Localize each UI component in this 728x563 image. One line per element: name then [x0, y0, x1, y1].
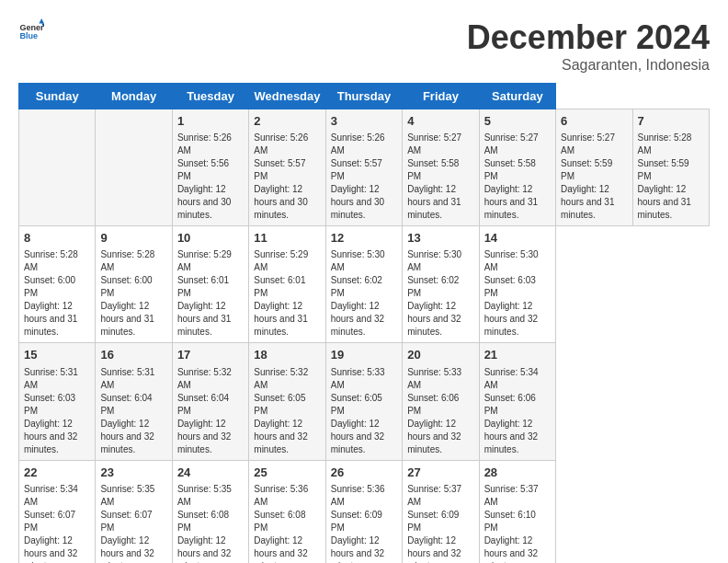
- sunrise-text: Sunrise: 5:35 AM: [177, 484, 232, 507]
- sunset-text: Sunset: 5:57 PM: [254, 158, 305, 181]
- calendar-cell: [96, 109, 172, 226]
- sunset-text: Sunset: 6:03 PM: [484, 275, 536, 298]
- day-number: 4: [407, 113, 473, 130]
- sunset-text: Sunset: 6:09 PM: [331, 510, 382, 533]
- title-section: December 2024 Sagaranten, Indonesia: [467, 18, 710, 74]
- daylight-text: Daylight: 12 hours and 32 minutes.: [331, 535, 384, 563]
- sunrise-text: Sunrise: 5:31 AM: [100, 367, 154, 390]
- calendar-cell: 6Sunrise: 5:27 AMSunset: 5:59 PMDaylight…: [556, 109, 632, 226]
- calendar-cell: 2Sunrise: 5:26 AMSunset: 5:57 PMDaylight…: [249, 109, 325, 226]
- svg-marker-2: [39, 18, 44, 24]
- calendar-cell: 10Sunrise: 5:29 AMSunset: 6:01 PMDayligh…: [172, 226, 248, 343]
- daylight-text: Daylight: 12 hours and 32 minutes.: [177, 535, 231, 563]
- sunset-text: Sunset: 6:02 PM: [331, 275, 382, 298]
- sunset-text: Sunset: 5:59 PM: [561, 158, 612, 181]
- logo-icon: General Blue: [18, 18, 44, 44]
- day-number: 7: [638, 113, 705, 130]
- daylight-text: Daylight: 12 hours and 31 minutes.: [177, 301, 231, 337]
- calendar-cell: [19, 109, 96, 226]
- daylight-text: Daylight: 12 hours and 32 minutes.: [484, 301, 538, 337]
- calendar-cell: 13Sunrise: 5:30 AMSunset: 6:02 PMDayligh…: [403, 226, 479, 343]
- sunrise-text: Sunrise: 5:26 AM: [254, 132, 308, 155]
- sunrise-text: Sunrise: 5:32 AM: [177, 367, 232, 390]
- day-number: 24: [177, 465, 244, 481]
- day-number: 17: [177, 347, 244, 363]
- sunset-text: Sunset: 6:06 PM: [484, 393, 536, 416]
- sunset-text: Sunset: 6:07 PM: [100, 510, 152, 533]
- sunrise-text: Sunrise: 5:30 AM: [331, 249, 385, 272]
- day-number: 18: [254, 347, 320, 363]
- calendar-cell: 3Sunrise: 5:26 AMSunset: 5:57 PMDaylight…: [325, 109, 402, 226]
- sunrise-text: Sunrise: 5:31 AM: [24, 367, 78, 390]
- daylight-text: Daylight: 12 hours and 32 minutes.: [100, 535, 154, 563]
- daylight-text: Daylight: 12 hours and 32 minutes.: [407, 301, 461, 337]
- daylight-text: Daylight: 12 hours and 32 minutes.: [254, 535, 307, 563]
- daylight-text: Daylight: 12 hours and 30 minutes.: [177, 184, 231, 220]
- daylight-text: Daylight: 12 hours and 32 minutes.: [177, 419, 231, 454]
- daylight-text: Daylight: 12 hours and 30 minutes.: [254, 184, 307, 220]
- main-title: December 2024: [467, 18, 710, 57]
- calendar-cell: 23Sunrise: 5:35 AMSunset: 6:07 PMDayligh…: [96, 460, 172, 563]
- sunrise-text: Sunrise: 5:33 AM: [407, 367, 461, 390]
- calendar-cell: 11Sunrise: 5:29 AMSunset: 6:01 PMDayligh…: [249, 226, 325, 343]
- sunrise-text: Sunrise: 5:28 AM: [638, 132, 692, 155]
- sunrise-text: Sunrise: 5:36 AM: [254, 484, 308, 507]
- day-number: 9: [100, 230, 166, 247]
- daylight-text: Daylight: 12 hours and 32 minutes.: [484, 535, 538, 563]
- sunrise-text: Sunrise: 5:29 AM: [177, 249, 232, 272]
- day-number: 19: [331, 347, 397, 363]
- day-number: 23: [100, 465, 166, 481]
- day-number: 11: [254, 230, 320, 247]
- sunrise-text: Sunrise: 5:27 AM: [561, 132, 615, 155]
- calendar-week-row: 8Sunrise: 5:28 AMSunset: 6:00 PMDaylight…: [19, 226, 710, 343]
- sunset-text: Sunset: 6:10 PM: [484, 510, 536, 533]
- sunrise-text: Sunrise: 5:30 AM: [484, 249, 539, 272]
- day-header-wednesday: Wednesday: [249, 84, 325, 109]
- calendar-body: 1Sunrise: 5:26 AMSunset: 5:56 PMDaylight…: [19, 109, 710, 564]
- calendar-cell: 20Sunrise: 5:33 AMSunset: 6:06 PMDayligh…: [403, 343, 479, 460]
- day-number: 25: [254, 465, 320, 481]
- day-number: 21: [484, 347, 551, 363]
- sunrise-text: Sunrise: 5:32 AM: [254, 367, 308, 390]
- calendar-week-row: 1Sunrise: 5:26 AMSunset: 5:56 PMDaylight…: [19, 109, 710, 226]
- day-header-sunday: Sunday: [19, 84, 96, 109]
- calendar-cell: 5Sunrise: 5:27 AMSunset: 5:58 PMDaylight…: [479, 109, 555, 226]
- daylight-text: Daylight: 12 hours and 32 minutes.: [407, 419, 461, 454]
- daylight-text: Daylight: 12 hours and 32 minutes.: [100, 419, 154, 454]
- sunset-text: Sunset: 6:08 PM: [177, 510, 229, 533]
- day-header-tuesday: Tuesday: [172, 84, 248, 109]
- day-number: 10: [177, 230, 244, 247]
- sunrise-text: Sunrise: 5:37 AM: [484, 484, 539, 507]
- daylight-text: Daylight: 12 hours and 31 minutes.: [638, 184, 691, 220]
- day-number: 20: [407, 347, 473, 363]
- calendar-cell: 26Sunrise: 5:36 AMSunset: 6:09 PMDayligh…: [325, 460, 402, 563]
- sunset-text: Sunset: 6:09 PM: [407, 510, 459, 533]
- sunset-text: Sunset: 5:58 PM: [484, 158, 536, 181]
- calendar-cell: 27Sunrise: 5:37 AMSunset: 6:09 PMDayligh…: [403, 460, 479, 563]
- sunrise-text: Sunrise: 5:28 AM: [100, 249, 154, 272]
- sunrise-text: Sunrise: 5:29 AM: [254, 249, 308, 272]
- sunrise-text: Sunrise: 5:33 AM: [331, 367, 385, 390]
- day-number: 14: [484, 230, 551, 247]
- sunset-text: Sunset: 6:00 PM: [100, 275, 152, 298]
- header: General Blue December 2024 Sagaranten, I…: [18, 18, 710, 74]
- calendar-cell: 21Sunrise: 5:34 AMSunset: 6:06 PMDayligh…: [479, 343, 555, 460]
- daylight-text: Daylight: 12 hours and 32 minutes.: [331, 419, 384, 454]
- sunrise-text: Sunrise: 5:36 AM: [331, 484, 385, 507]
- day-number: 13: [407, 230, 473, 247]
- calendar-week-row: 22Sunrise: 5:34 AMSunset: 6:07 PMDayligh…: [19, 460, 710, 563]
- daylight-text: Daylight: 12 hours and 32 minutes.: [24, 419, 77, 454]
- calendar-cell: 17Sunrise: 5:32 AMSunset: 6:04 PMDayligh…: [172, 343, 248, 460]
- sunrise-text: Sunrise: 5:34 AM: [24, 484, 78, 507]
- sunset-text: Sunset: 6:02 PM: [407, 275, 459, 298]
- day-number: 26: [331, 465, 397, 481]
- daylight-text: Daylight: 12 hours and 31 minutes.: [484, 184, 538, 220]
- sunrise-text: Sunrise: 5:34 AM: [484, 367, 539, 390]
- sunset-text: Sunset: 6:05 PM: [254, 393, 305, 416]
- sunrise-text: Sunrise: 5:27 AM: [484, 132, 539, 155]
- daylight-text: Daylight: 12 hours and 31 minutes.: [561, 184, 614, 220]
- calendar-cell: 15Sunrise: 5:31 AMSunset: 6:03 PMDayligh…: [19, 343, 96, 460]
- daylight-text: Daylight: 12 hours and 31 minutes.: [407, 184, 461, 220]
- calendar-cell: 18Sunrise: 5:32 AMSunset: 6:05 PMDayligh…: [249, 343, 325, 460]
- sunset-text: Sunset: 6:08 PM: [254, 510, 305, 533]
